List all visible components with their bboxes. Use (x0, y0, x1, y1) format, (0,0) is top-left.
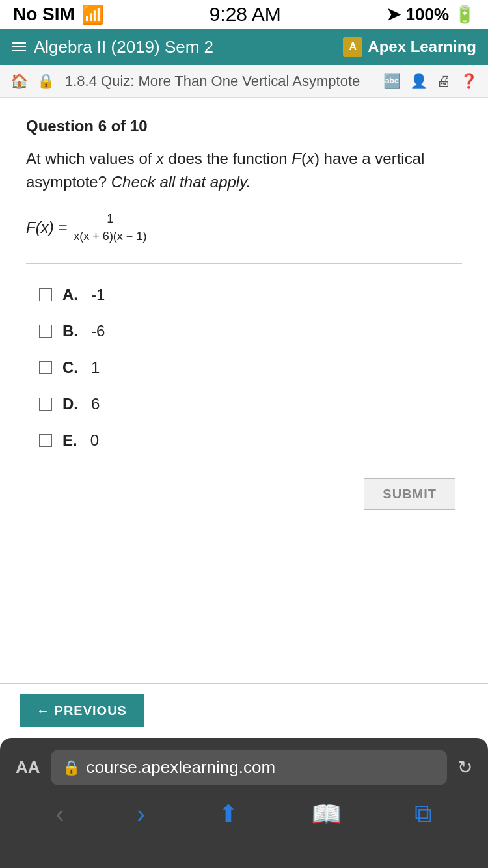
question-text: At which values of x does the function F… (26, 147, 462, 194)
main-content: Question 6 of 10 At which values of x do… (0, 98, 488, 530)
apex-logo-icon: A (343, 37, 362, 57)
option-e[interactable]: E. 0 (26, 422, 462, 459)
browser-bottom: AA 🔒 course.apexlearning.com ↻ ‹ › ⬆ 📖 ⧉ (0, 738, 488, 868)
previous-button[interactable]: ← PREVIOUS (20, 694, 144, 727)
brand-name: Apex Learning (368, 38, 476, 56)
fraction-denominator: x(x + 6)(x − 1) (74, 230, 146, 243)
option-b-value: -6 (91, 322, 105, 340)
lock-icon: 🔒 (37, 73, 55, 90)
content-divider (26, 263, 462, 264)
option-d-label: D. (62, 395, 78, 413)
url-input-area[interactable]: 🔒 course.apexlearning.com (51, 750, 447, 785)
course-title: Algebra II (2019) Sem 2 (34, 37, 213, 57)
submit-row: SUBMIT (26, 478, 462, 510)
share-button[interactable]: ⬆ (218, 800, 239, 828)
status-bar: No SIM 📶 9:28 AM ➤ 100% 🔋 (0, 0, 488, 29)
carrier-label: No SIM (13, 4, 75, 25)
options-list: A. -1 B. -6 C. 1 D. 6 E. 0 (26, 277, 462, 459)
safari-toolbar: ‹ › ⬆ 📖 ⧉ (0, 792, 488, 836)
function-display: F(x) = 1 x(x + 6)(x − 1) (26, 212, 462, 243)
font-size-control[interactable]: AA (16, 757, 40, 778)
back-button[interactable]: ‹ (56, 800, 64, 828)
time-display: 9:28 AM (210, 3, 281, 25)
battery-area: ➤ 100% 🔋 (386, 5, 476, 25)
option-b-label: B. (62, 322, 78, 340)
checkbox-a[interactable] (39, 288, 52, 301)
option-c-label: C. (62, 359, 78, 377)
wifi-icon: 📶 (81, 4, 104, 25)
option-d-value: 6 (91, 395, 100, 413)
url-lock-icon: 🔒 (62, 759, 80, 776)
battery-percent: 100% (406, 5, 450, 25)
option-e-value: 0 (90, 431, 99, 450)
question-header: Question 6 of 10 (26, 117, 462, 135)
forward-button[interactable]: › (137, 800, 145, 828)
option-a-label: A. (62, 286, 78, 304)
apex-header-left: Algebra II (2019) Sem 2 (12, 37, 213, 57)
url-bar-row: AA 🔒 course.apexlearning.com ↻ (0, 738, 488, 792)
hamburger-menu[interactable] (12, 42, 26, 51)
browser-right-icons: 🔤 👤 🖨 ❓ (383, 73, 478, 90)
url-text: course.apexlearning.com (87, 757, 276, 778)
checkbox-e[interactable] (39, 434, 52, 447)
option-c[interactable]: C. 1 (26, 349, 462, 386)
option-c-value: 1 (91, 359, 100, 377)
option-d[interactable]: D. 6 (26, 386, 462, 422)
location-icon: ➤ (386, 5, 401, 25)
function-label: F(x) = (26, 219, 67, 237)
apex-header: Algebra II (2019) Sem 2 A Apex Learning (0, 29, 488, 65)
carrier-wifi: No SIM 📶 (13, 4, 104, 25)
browser-url: 1.8.4 Quiz: More Than One Vertical Asymp… (65, 73, 373, 90)
translate-icon[interactable]: 🔤 (383, 73, 401, 90)
option-b[interactable]: B. -6 (26, 313, 462, 349)
submit-button[interactable]: SUBMIT (364, 478, 455, 510)
checkbox-b[interactable] (39, 325, 52, 338)
person-icon[interactable]: 👤 (410, 73, 427, 90)
bookmarks-button[interactable]: 📖 (311, 800, 342, 828)
print-icon[interactable]: 🖨 (437, 73, 451, 90)
bottom-nav-area: ← PREVIOUS (0, 683, 488, 738)
function-fraction: 1 x(x + 6)(x − 1) (74, 212, 146, 243)
option-a[interactable]: A. -1 (26, 277, 462, 313)
apex-header-right: A Apex Learning (343, 37, 476, 57)
browser-bar: 🏠 🔒 1.8.4 Quiz: More Than One Vertical A… (0, 65, 488, 98)
home-icon[interactable]: 🏠 (10, 73, 28, 90)
fraction-numerator: 1 (107, 212, 113, 228)
battery-icon: 🔋 (454, 5, 475, 25)
checkbox-c[interactable] (39, 361, 52, 374)
tabs-button[interactable]: ⧉ (414, 800, 432, 828)
reload-icon[interactable]: ↻ (457, 757, 472, 778)
help-icon[interactable]: ❓ (460, 73, 478, 90)
breadcrumb-label: 1.8.4 Quiz: More Than One Vertical Asymp… (65, 73, 360, 90)
browser-nav-icons: 🏠 🔒 (10, 73, 55, 90)
option-a-value: -1 (91, 286, 105, 304)
checkbox-d[interactable] (39, 398, 52, 411)
option-e-label: E. (62, 431, 77, 450)
